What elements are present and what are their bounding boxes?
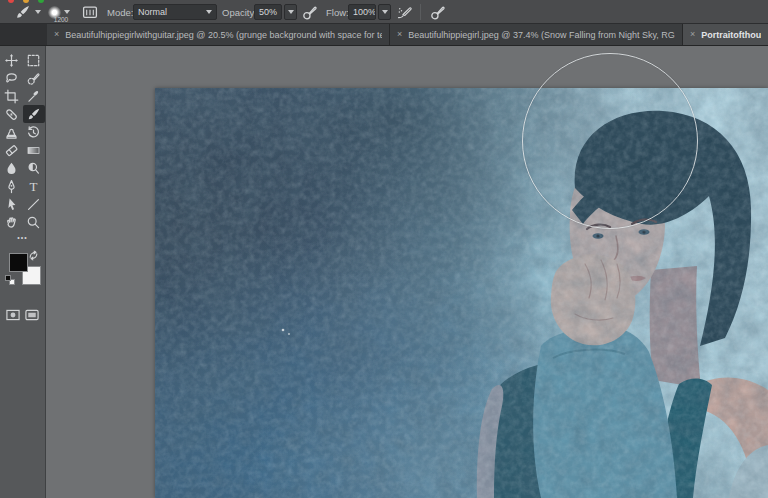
clone-stamp-icon bbox=[4, 125, 19, 140]
dodge-tool[interactable] bbox=[23, 159, 46, 177]
main-area: T ••• bbox=[0, 46, 768, 498]
path-selection-tool[interactable] bbox=[0, 195, 23, 213]
chevron-down-icon bbox=[64, 10, 70, 14]
line-icon bbox=[26, 197, 41, 212]
quick-selection-tool[interactable] bbox=[23, 69, 46, 87]
toggle-brush-panel-button[interactable] bbox=[82, 0, 98, 24]
chevron-down-icon bbox=[206, 10, 212, 14]
hand-tool[interactable] bbox=[0, 213, 23, 231]
eyedropper-icon bbox=[26, 89, 41, 104]
foreground-color-swatch[interactable] bbox=[9, 253, 28, 272]
close-tab-icon[interactable]: × bbox=[54, 30, 59, 39]
portrait-artwork bbox=[155, 88, 768, 498]
opacity-select[interactable]: 50% bbox=[254, 4, 282, 20]
marquee-icon bbox=[26, 53, 41, 68]
brush-tool-icon bbox=[14, 4, 31, 21]
crop-icon bbox=[4, 89, 19, 104]
opacity-dropdown-button[interactable] bbox=[284, 4, 297, 20]
pressure-opacity-button[interactable] bbox=[302, 0, 318, 24]
move-icon bbox=[4, 53, 19, 68]
zoom-tool[interactable] bbox=[23, 213, 46, 231]
airbrush-toggle-button[interactable] bbox=[397, 0, 413, 24]
lasso-tool[interactable] bbox=[0, 69, 23, 87]
tab-title: Beautifulhippiegirl.jpeg @ 37.4% (Snow F… bbox=[408, 30, 675, 40]
history-brush-tool[interactable] bbox=[23, 123, 46, 141]
pen-pressure-icon bbox=[302, 4, 318, 20]
chevron-down-icon bbox=[35, 10, 41, 14]
quick-selection-icon bbox=[26, 71, 41, 86]
quick-mask-button[interactable] bbox=[5, 307, 21, 327]
mask-mode-row bbox=[0, 307, 45, 327]
chevron-down-icon bbox=[382, 10, 388, 14]
mode-value: Normal bbox=[138, 7, 206, 17]
svg-text:T: T bbox=[30, 179, 38, 194]
options-bar: 1200 Mode: Normal Opacity: 50% bbox=[0, 0, 768, 24]
crop-tool[interactable] bbox=[0, 87, 23, 105]
blur-tool[interactable] bbox=[0, 159, 23, 177]
chevron-down-icon bbox=[288, 10, 294, 14]
photoshop-window: 1200 Mode: Normal Opacity: 50% bbox=[0, 0, 768, 498]
gradient-icon bbox=[26, 143, 41, 158]
brush-size-picker[interactable]: 1200 bbox=[48, 2, 78, 22]
zoom-icon bbox=[26, 215, 41, 230]
edit-toolbar-button[interactable]: ••• bbox=[0, 234, 45, 241]
options-divider bbox=[420, 4, 421, 20]
brush-size-value: 1200 bbox=[48, 16, 74, 23]
color-swatch-area bbox=[0, 245, 45, 297]
brush-icon bbox=[26, 107, 41, 122]
eyedropper-tool[interactable] bbox=[23, 87, 46, 105]
flow-dropdown-button[interactable] bbox=[378, 4, 391, 20]
tab-title: Portraitofthought bbox=[701, 30, 761, 40]
flow-value: 100% bbox=[353, 7, 376, 17]
pasteboard bbox=[46, 46, 768, 498]
type-icon: T bbox=[26, 179, 41, 194]
opacity-label: Opacity: bbox=[222, 0, 257, 24]
healing-brush-tool[interactable] bbox=[0, 105, 23, 123]
tool-grid: T bbox=[0, 46, 45, 231]
type-tool[interactable]: T bbox=[23, 177, 46, 195]
pen-pressure-icon bbox=[430, 4, 446, 20]
document-tab-1[interactable]: ×Beautifulhippiegirlwithguitar.jpeg @ 20… bbox=[47, 24, 390, 45]
document-tab-3[interactable]: ×Portraitofthought bbox=[683, 24, 768, 45]
mode-select[interactable]: Normal bbox=[133, 4, 217, 20]
swap-colors-icon[interactable] bbox=[28, 247, 39, 265]
tab-title: Beautifulhippiegirlwithguitar.jpeg @ 20.… bbox=[65, 30, 382, 40]
flow-label: Flow: bbox=[326, 0, 349, 24]
lasso-icon bbox=[4, 71, 19, 86]
gradient-tool[interactable] bbox=[23, 141, 46, 159]
tools-panel: T ••• bbox=[0, 46, 46, 498]
close-tab-icon[interactable]: × bbox=[690, 30, 695, 39]
path-selection-icon bbox=[4, 197, 19, 212]
brush-tool[interactable] bbox=[23, 105, 46, 123]
line-tool[interactable] bbox=[23, 195, 46, 213]
screen-mode-button[interactable] bbox=[24, 307, 40, 327]
pressure-size-button[interactable] bbox=[430, 0, 446, 24]
dodge-icon bbox=[26, 161, 41, 176]
history-brush-icon bbox=[26, 125, 41, 140]
airbrush-icon bbox=[397, 4, 413, 20]
close-tab-icon[interactable]: × bbox=[397, 30, 402, 39]
brush-panel-icon bbox=[82, 4, 98, 20]
marquee-tool[interactable] bbox=[23, 51, 46, 69]
document-tab-2[interactable]: ×Beautifulhippiegirl.jpeg @ 37.4% (Snow … bbox=[390, 24, 683, 45]
move-tool[interactable] bbox=[0, 51, 23, 69]
pen-tool[interactable] bbox=[0, 177, 23, 195]
document-tab-bar: ×Beautifulhippiegirlwithguitar.jpeg @ 20… bbox=[0, 24, 768, 46]
opacity-value: 50% bbox=[259, 7, 277, 17]
brush-preset-button[interactable] bbox=[14, 0, 41, 24]
mode-label: Mode: bbox=[107, 0, 133, 24]
eraser-tool[interactable] bbox=[0, 141, 23, 159]
clone-stamp-tool[interactable] bbox=[0, 123, 23, 141]
healing-brush-icon bbox=[4, 107, 19, 122]
eraser-icon bbox=[4, 143, 19, 158]
pen-icon bbox=[4, 179, 19, 194]
canvas-image[interactable] bbox=[155, 88, 768, 498]
blur-icon bbox=[4, 161, 19, 176]
tab-bar-filler bbox=[0, 24, 47, 45]
default-colors-icon[interactable] bbox=[5, 275, 15, 285]
hand-icon bbox=[4, 215, 19, 230]
flow-select[interactable]: 100% bbox=[348, 4, 376, 20]
